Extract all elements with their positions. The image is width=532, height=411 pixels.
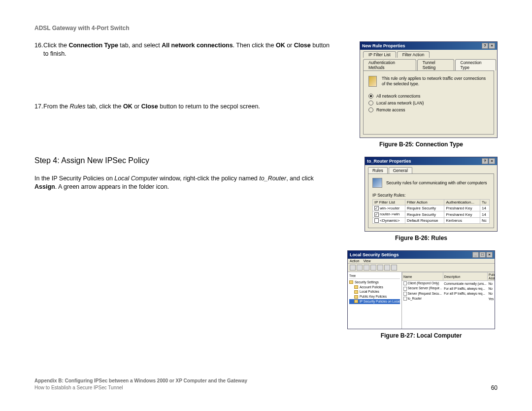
list-item[interactable]: Secure Server (Requir...For all IP traff… xyxy=(402,286,495,291)
tab-rules[interactable]: Rules xyxy=(368,167,388,173)
checkbox-icon[interactable]: ✓ xyxy=(374,206,379,210)
step-number: 17. xyxy=(34,103,43,111)
table-cell: Preshared Key xyxy=(444,206,480,211)
radio-option[interactable]: All network connections xyxy=(368,94,489,99)
column-header[interactable]: Name xyxy=(402,273,443,281)
tree-item[interactable]: IP Security Policies on Local Machine xyxy=(349,299,400,304)
help-icon[interactable]: ? xyxy=(482,43,488,49)
tree-label: Account Policies xyxy=(360,285,383,290)
tab-filter-action[interactable]: Filter Action xyxy=(397,51,430,58)
help-icon[interactable]: ? xyxy=(482,158,488,164)
step-number: 16. xyxy=(34,41,43,58)
toolbar-button[interactable] xyxy=(391,265,397,271)
radio-option[interactable]: Remote access xyxy=(368,107,489,112)
table-cell: <Dynamic> xyxy=(373,217,405,223)
tree-item[interactable]: Security Settings xyxy=(349,280,400,285)
tree-header: Tree xyxy=(349,274,400,279)
tab-ip-filter-list[interactable]: IP Filter List xyxy=(363,51,396,58)
doc-header: ADSL Gateway with 4-Port Switch xyxy=(34,25,498,32)
description-text: Security rules for communicating with ot… xyxy=(386,180,487,185)
dialog-titlebar: New Rule Properties ? × xyxy=(360,42,497,50)
t: button to return to the secpol screen. xyxy=(158,103,260,110)
column-header[interactable]: Policy Assigned xyxy=(488,273,495,281)
figure-caption: Figure B-27: Local Computer xyxy=(345,332,498,339)
step-17: 17. From the Rules tab, click the OK or … xyxy=(34,103,335,111)
dialog-title: to_Router Properties xyxy=(367,159,411,164)
column-header[interactable]: IP Filter List xyxy=(373,200,405,206)
column-header[interactable]: Authentication... xyxy=(444,200,480,206)
menu-action[interactable]: Action xyxy=(350,259,359,263)
tab-authentication-methods[interactable]: Authentication Methods xyxy=(363,59,416,70)
rules-label: IP Security Rules: xyxy=(372,193,490,198)
radio-option[interactable]: Local area network (LAN) xyxy=(368,101,489,105)
dialog-router-properties: to_Router Properties ? × Rules General S… xyxy=(365,157,498,232)
column-header[interactable]: Filter Action xyxy=(405,200,444,206)
rules-table: IP Filter ListFilter ActionAuthenticatio… xyxy=(372,199,490,224)
folder-icon xyxy=(354,290,358,294)
t: All network connections xyxy=(162,42,233,49)
list-item[interactable]: Client (Respond Only)Communicate normall… xyxy=(402,281,495,286)
table-row[interactable]: <Dynamic>Default ResponseKerberosNc xyxy=(373,217,490,223)
table-cell: Nc xyxy=(480,217,490,223)
t: From the xyxy=(43,103,70,110)
toolbar-button[interactable] xyxy=(350,265,356,271)
t: Click the xyxy=(43,42,68,49)
list-item[interactable]: Server (Request Secu...For all IP traffi… xyxy=(402,291,495,296)
t: . A green arrow appears in the folder ic… xyxy=(55,183,169,190)
toolbar-button[interactable] xyxy=(370,265,376,271)
step-text: From the Rules tab, click the OK or Clos… xyxy=(43,103,335,111)
figure-b27: Local Security Settings _ □ × Action Vie… xyxy=(345,250,498,339)
list-cell: Server (Request Secu... xyxy=(402,291,443,296)
figures-column: New Rule Properties ? × IP Filter List F… xyxy=(345,41,498,348)
list-item[interactable]: to_RouterYes xyxy=(402,296,495,301)
step4-body: In the IP Security Policies on Local Com… xyxy=(34,174,335,191)
table-cell: Default Response xyxy=(405,217,444,223)
tree-item[interactable]: Account Policies xyxy=(349,285,400,290)
footer-appendix: Appendix B: Configuring IPSec between a … xyxy=(34,377,247,384)
table-row[interactable]: ✓win->routerRequire SecurityPreshared Ke… xyxy=(373,206,490,211)
t: Local Computer xyxy=(114,175,158,182)
close-icon[interactable]: × xyxy=(489,43,495,49)
tree-item[interactable]: Local Policies xyxy=(349,289,400,294)
radio-icon[interactable] xyxy=(368,94,373,99)
t: tab, and select xyxy=(118,42,162,49)
toolbar-button[interactable] xyxy=(364,265,369,271)
radio-icon[interactable] xyxy=(368,107,373,112)
section-heading: Step 4: Assign New IPSec Policy xyxy=(34,155,335,166)
figure-b26: to_Router Properties ? × Rules General S… xyxy=(345,157,498,241)
tab-general[interactable]: General xyxy=(389,167,412,173)
tab-tunnel-setting[interactable]: Tunnel Setting xyxy=(417,59,454,70)
page-number: 60 xyxy=(491,384,498,391)
document-icon xyxy=(403,287,407,291)
checkbox-icon[interactable]: ✓ xyxy=(374,212,379,217)
list-cell: to_Router xyxy=(402,296,443,301)
menu-view[interactable]: View xyxy=(363,259,370,263)
column-header[interactable]: Description xyxy=(443,273,487,281)
page-footer: Appendix B: Configuring IPSec between a … xyxy=(34,377,498,391)
close-icon[interactable]: × xyxy=(486,252,493,258)
column-header[interactable]: Tu xyxy=(480,200,490,206)
t: Close xyxy=(294,42,311,49)
toolbar-button[interactable] xyxy=(357,265,363,271)
dialog-title: New Rule Properties xyxy=(362,43,405,48)
tab-connection-type[interactable]: Connection Type xyxy=(455,59,497,70)
window-local-security-settings: Local Security Settings _ □ × Action Vie… xyxy=(347,250,495,329)
table-row[interactable]: ✓router->winRequire SecurityPreshared Ke… xyxy=(373,211,490,217)
figure-caption: Figure B-25: Connection Type xyxy=(345,141,498,148)
folder-icon xyxy=(349,280,353,284)
close-icon[interactable]: × xyxy=(489,158,495,164)
toolbar-button[interactable] xyxy=(384,265,390,271)
step-text: Click the Connection Type tab, and selec… xyxy=(43,41,335,58)
checkbox-icon[interactable] xyxy=(374,218,379,223)
minimize-icon[interactable]: _ xyxy=(472,252,479,258)
table-cell: 14 xyxy=(480,211,490,217)
table-cell: Require Security xyxy=(405,211,444,217)
table-cell: ✓router->win xyxy=(373,211,405,217)
t: Close xyxy=(141,103,158,110)
t: , and click xyxy=(286,175,314,182)
maximize-icon[interactable]: □ xyxy=(479,252,486,258)
toolbar-button[interactable] xyxy=(377,265,383,271)
table-cell: Preshared Key xyxy=(444,211,480,217)
tree-item[interactable]: Public Key Policies xyxy=(349,294,400,299)
radio-icon[interactable] xyxy=(368,101,373,105)
